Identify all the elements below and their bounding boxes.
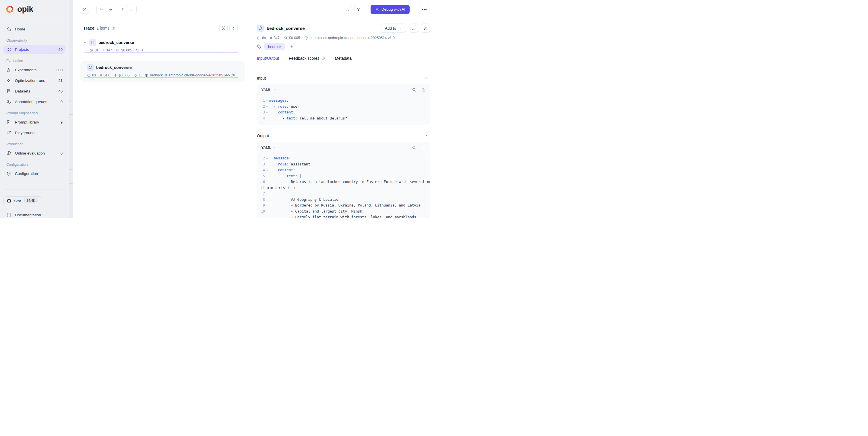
sidebar-item-documentation[interactable]: Documentation xyxy=(6,211,41,218)
collapse-section-icon[interactable] xyxy=(424,76,428,80)
tag-bedrock[interactable]: bedrock xyxy=(265,43,285,50)
filter-button[interactable] xyxy=(354,5,363,14)
token-count: # 347 xyxy=(100,73,110,77)
code-line: 2 message: xyxy=(260,155,426,162)
search-button[interactable] xyxy=(343,5,352,14)
add-to-button[interactable]: Add to xyxy=(381,24,406,33)
sidebar-item-label: Documentation xyxy=(15,213,41,217)
sidebar-item-home[interactable]: Home xyxy=(3,25,65,33)
code-text: - Capital and largest city: Minsk xyxy=(269,208,362,214)
sidebar-item-datasets[interactable]: Datasets 40 xyxy=(3,87,65,95)
up-span-button[interactable] xyxy=(118,5,127,14)
cost: $0.005 xyxy=(284,36,300,40)
trace-title: Trace xyxy=(83,26,94,30)
trace-header: Trace 1 items xyxy=(83,24,245,32)
collapse-section-icon[interactable] xyxy=(424,134,428,138)
sidebar-item-projects[interactable]: Projects 60 xyxy=(3,46,65,54)
tab-feedback-scores[interactable]: Feedback scores xyxy=(289,56,325,64)
code-text: content: xyxy=(269,110,295,115)
line-number: 2 xyxy=(260,155,265,162)
fold-chevron-icon[interactable] xyxy=(265,174,269,177)
next-trace-button[interactable] xyxy=(105,5,115,14)
search-icon[interactable] xyxy=(412,88,416,92)
copy-icon[interactable] xyxy=(422,145,426,150)
sparkle-icon xyxy=(375,7,379,11)
fold-chevron-icon[interactable] xyxy=(265,169,269,172)
item-count: 0 xyxy=(61,151,63,155)
database-icon xyxy=(6,89,11,94)
prev-trace-button[interactable] xyxy=(97,5,105,14)
duration-bar xyxy=(84,78,238,79)
sidebar-item-playground[interactable]: Playground xyxy=(3,129,65,137)
expand-tree-button[interactable] xyxy=(219,24,228,32)
sidebar-item-label: Projects xyxy=(15,48,29,52)
content: Trace 1 items xyxy=(73,19,434,218)
output-code-card: YAML 2 message:3 role: assistant4 conten… xyxy=(257,142,430,218)
row-divider xyxy=(69,142,73,142)
github-star-button[interactable]: Star 14.4K xyxy=(3,197,41,205)
arrow-right-icon xyxy=(108,7,113,11)
input-yaml-code[interactable]: 1messages:2 - role: user3 content:4 - te… xyxy=(257,95,430,125)
cost: $0.005 xyxy=(116,48,132,52)
clock-icon xyxy=(257,36,260,40)
tag-icon xyxy=(136,49,140,52)
github-icon xyxy=(7,199,11,203)
code-line: 3 content: xyxy=(260,110,426,115)
book-icon xyxy=(6,212,11,217)
search-icon[interactable] xyxy=(412,145,416,150)
line-number: 9 xyxy=(260,203,265,208)
opik-logo-icon xyxy=(5,5,14,14)
trace-name: bedrock_converse xyxy=(98,40,134,45)
down-span-button[interactable] xyxy=(127,5,136,14)
chevron-down-icon[interactable] xyxy=(83,41,87,45)
sidebar-item-label: Playground xyxy=(15,131,34,135)
copy-icon[interactable] xyxy=(422,88,426,92)
fold-chevron-icon[interactable] xyxy=(265,157,269,160)
sidebar-item-prompt-library[interactable]: Prompt library 9 xyxy=(3,118,65,126)
sidebar-item-experiments[interactable]: Experiments 300 xyxy=(3,66,65,74)
code-line: 1messages: xyxy=(260,98,426,104)
line-number: 11 xyxy=(260,214,265,218)
close-button[interactable] xyxy=(80,5,89,14)
code-line: 2 - role: user xyxy=(260,104,426,110)
grid-icon xyxy=(6,47,11,52)
tab-metadata[interactable]: Metadata xyxy=(335,56,352,64)
tab-input-output[interactable]: Input/Output xyxy=(257,56,279,64)
code-line: 7 xyxy=(260,191,426,197)
trace-row-span-selected[interactable]: bedrock_converse 8s # 347 $ xyxy=(81,61,245,82)
topbar-divider xyxy=(93,6,93,12)
edit-button[interactable] xyxy=(421,24,430,33)
sidebar-item-label: Optimization runs xyxy=(15,79,45,83)
up-down-group xyxy=(118,5,136,14)
sidebar-item-online-evaluation[interactable]: Online evaluation 0 xyxy=(3,149,65,157)
chat-bubble-icon xyxy=(258,26,262,30)
coins-icon xyxy=(116,49,120,52)
gear-icon xyxy=(6,171,11,176)
fold-chevron-icon[interactable] xyxy=(265,99,269,102)
trace-row-root[interactable]: bedrock_converse 8s # 347 $ xyxy=(81,36,245,57)
arrow-up-icon xyxy=(121,7,125,11)
tag-icon xyxy=(257,44,262,49)
info-icon[interactable] xyxy=(112,26,115,30)
format-select[interactable]: YAML xyxy=(261,145,276,150)
code-line: 4 - text: Tell me about Belarus? xyxy=(260,115,426,121)
logo[interactable]: opik xyxy=(0,0,69,19)
sidebar-item-optimization-runs[interactable]: Optimization runs 21 xyxy=(3,77,65,85)
more-actions-button[interactable]: ••• xyxy=(420,5,429,14)
span-detail-panel: bedrock_converse Add to xyxy=(252,19,434,218)
fold-chevron-icon[interactable] xyxy=(265,111,269,114)
sidebar-item-configuration[interactable]: Configuration xyxy=(3,170,65,178)
clock-icon xyxy=(87,74,91,77)
debug-with-ai-button[interactable]: Debug with AI xyxy=(371,5,410,14)
collapse-tree-button[interactable] xyxy=(229,24,238,32)
sidebar-nav: Home Observability Projects 60 Evaluatio… xyxy=(0,19,69,178)
sidebar: opik Home Observability Projects 60 Eval… xyxy=(0,0,69,218)
code-text: content: xyxy=(269,167,295,173)
format-select[interactable]: YAML xyxy=(261,88,276,92)
output-yaml-code[interactable]: 2 message:3 role: assistant4 content:5 -… xyxy=(257,153,430,218)
comment-button[interactable] xyxy=(409,24,418,33)
clock-icon xyxy=(90,49,93,52)
sidebar-item-annotation-queues[interactable]: Annotation queues 0 xyxy=(3,98,65,106)
fold-chevron-icon[interactable] xyxy=(265,105,269,108)
add-tag-button[interactable] xyxy=(288,43,296,50)
